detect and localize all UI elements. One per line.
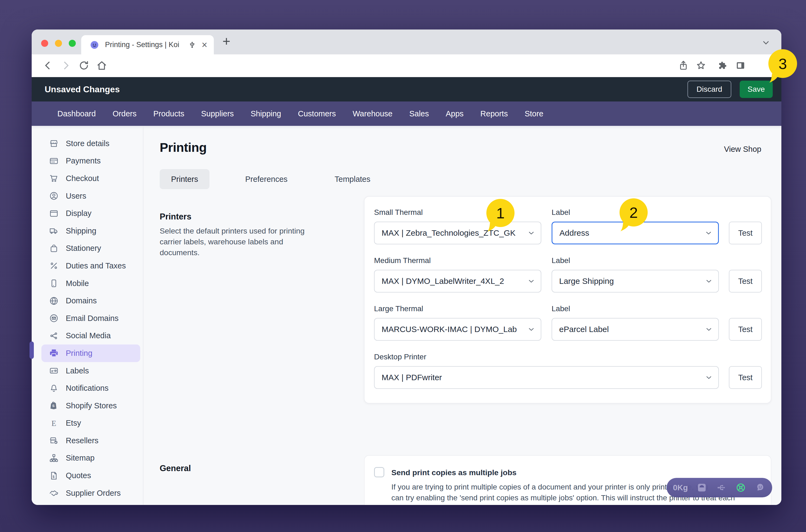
nav-item-orders[interactable]: Orders: [113, 109, 137, 118]
content-area: Store detailsPaymentsCheckoutUsersDispla…: [32, 126, 781, 505]
nav-item-products[interactable]: Products: [153, 109, 184, 118]
desktop-printer-test-button[interactable]: Test: [729, 366, 762, 389]
sidebar-item-label: Shopify Stores: [66, 401, 117, 410]
printers-card: Small Thermal Label MAX | Zebra_Technolo…: [364, 196, 771, 403]
sidebar-item-supplier-orders[interactable]: Supplier Orders: [32, 484, 143, 502]
large-thermal-test-button[interactable]: Test: [729, 318, 762, 341]
sidebar-item-labels[interactable]: Labels: [32, 362, 143, 380]
tab-preferences[interactable]: Preferences: [234, 169, 299, 189]
discard-button[interactable]: Discard: [688, 81, 731, 98]
sidebar-item-label: Printing: [66, 349, 92, 358]
svg-text:S: S: [52, 404, 55, 408]
chevron-down-icon: [705, 325, 713, 334]
sidebar-item-social-media[interactable]: Social Media: [32, 327, 143, 345]
small-thermal-test-button[interactable]: Test: [729, 222, 762, 244]
nav-item-apps[interactable]: Apps: [446, 109, 464, 118]
tab-title: Printing - Settings | Koi: [105, 41, 188, 49]
sidebar-item-stationery[interactable]: Stationery: [32, 240, 143, 257]
sidebar-item-sitemap[interactable]: Sitemap: [32, 450, 143, 467]
smartphone-icon: [49, 279, 59, 288]
nav-item-dashboard[interactable]: Dashboard: [57, 109, 96, 118]
reload-icon[interactable]: [78, 60, 90, 71]
globe-icon: [49, 296, 59, 306]
desktop-printer-select[interactable]: MAX | PDFwriter: [374, 366, 719, 389]
share-icon[interactable]: [678, 60, 689, 71]
large-thermal-label-select[interactable]: eParcel Label: [551, 318, 719, 341]
nav-item-suppliers[interactable]: Suppliers: [201, 109, 234, 118]
small-thermal-printer-select[interactable]: MAX | Zebra_Technologies_ZTC_GK: [374, 222, 541, 244]
send-print-copies-checkbox[interactable]: [374, 467, 384, 477]
bell-icon: [49, 383, 59, 393]
printers-section-heading: Printers: [160, 212, 191, 222]
sidebar-item-printing[interactable]: Printing: [41, 344, 140, 362]
sidebar-item-domains[interactable]: Domains: [32, 292, 143, 309]
home-icon[interactable]: [96, 60, 108, 71]
close-window-button[interactable]: [41, 40, 48, 47]
bubble-tail: [620, 221, 630, 232]
browser-tab[interactable]: Printing - Settings | Koi ×: [81, 35, 214, 54]
medium-thermal-test-button[interactable]: Test: [729, 270, 762, 292]
chevron-down-icon[interactable]: [761, 38, 771, 48]
large-thermal-printer-select[interactable]: MARCUS-WORK-IMAC | DYMO_Lab: [374, 318, 541, 341]
medium-thermal-printer-select[interactable]: MAX | DYMO_LabelWriter_4XL_2: [374, 270, 541, 292]
sidebar-item-mobile[interactable]: Mobile: [32, 275, 143, 292]
nav-item-store[interactable]: Store: [525, 109, 543, 118]
tab-templates[interactable]: Templates: [323, 169, 381, 189]
sidebar-item-label: Checkout: [66, 174, 99, 183]
sidebar-item-etsy[interactable]: EEtsy: [32, 415, 143, 432]
annotation-badge-1: 1: [486, 199, 514, 227]
truck-icon: [49, 226, 59, 236]
sidebar-item-shopify-stores[interactable]: SShopify Stores: [32, 397, 143, 415]
minimize-window-button[interactable]: [55, 40, 62, 47]
sidebar-item-quotes[interactable]: $Quotes: [32, 467, 143, 484]
small-thermal-label: Small Thermal: [374, 208, 423, 217]
chevron-down-icon: [705, 229, 713, 237]
nav-item-customers[interactable]: Customers: [298, 109, 336, 118]
sidebar-item-shipping[interactable]: Shipping: [32, 222, 143, 240]
main-panel: Printing View Shop Printers Preferences …: [144, 126, 781, 505]
general-section-heading: General: [160, 463, 191, 473]
sidebar-item-payments[interactable]: Payments: [32, 152, 143, 170]
save-button[interactable]: Save: [740, 81, 773, 98]
sidebar-item-label: Shipping: [66, 227, 96, 235]
tab-close-icon[interactable]: ×: [202, 40, 207, 50]
sidebar-item-label: Payments: [66, 156, 101, 165]
new-tab-button[interactable]: +: [223, 33, 230, 49]
large-thermal-label: Large Thermal: [374, 304, 423, 313]
bubble-tail: [486, 222, 496, 232]
tab-printers[interactable]: Printers: [160, 169, 209, 189]
bubble-tail: [768, 73, 779, 83]
quote-doc-icon: $: [49, 471, 59, 480]
window-controls: [41, 40, 76, 47]
back-icon[interactable]: [42, 60, 53, 71]
sidebar-item-duties-and-taxes[interactable]: Duties and Taxes: [32, 257, 143, 275]
medium-thermal-label-select[interactable]: Large Shipping: [551, 270, 719, 292]
scale-icon: [696, 482, 707, 493]
sidebar-item-display[interactable]: Display: [32, 205, 143, 222]
nav-item-warehouse[interactable]: Warehouse: [353, 109, 392, 118]
view-shop-link[interactable]: View Shop: [724, 145, 761, 154]
device-status-pill[interactable]: 0Kg: [667, 478, 772, 497]
browser-toolbar: koi.app/admin/settings/printing: [32, 54, 781, 77]
sidebar-item-store-details[interactable]: Store details: [32, 135, 143, 152]
side-panel-icon[interactable]: [735, 60, 746, 71]
bookmark-star-icon[interactable]: [695, 60, 707, 71]
extensions-puzzle-icon[interactable]: [717, 60, 729, 71]
sidebar-item-email-domains[interactable]: Email Domains: [32, 309, 143, 327]
sidebar-item-users[interactable]: Users: [32, 187, 143, 205]
sidebar-item-checkout[interactable]: Checkout: [32, 170, 143, 187]
sidebar-item-notifications[interactable]: Notifications: [32, 379, 143, 397]
usb-device-icon: [188, 41, 196, 49]
nav-item-sales[interactable]: Sales: [409, 109, 429, 118]
etsy-icon: E: [49, 418, 59, 428]
send-print-copies-label[interactable]: Send print copies as multiple jobs: [391, 468, 517, 477]
nav-item-shipping[interactable]: Shipping: [250, 109, 281, 118]
nav-item-reports[interactable]: Reports: [481, 109, 508, 118]
handshake-icon: [49, 488, 59, 498]
percent-icon: [49, 261, 59, 271]
printer-icon: [49, 348, 59, 358]
zoom-window-button[interactable]: [69, 40, 76, 47]
unsaved-changes-text: Unsaved Changes: [45, 84, 120, 94]
sidebar-item-resellers[interactable]: Resellers: [32, 432, 143, 450]
svg-text:E: E: [52, 419, 56, 427]
